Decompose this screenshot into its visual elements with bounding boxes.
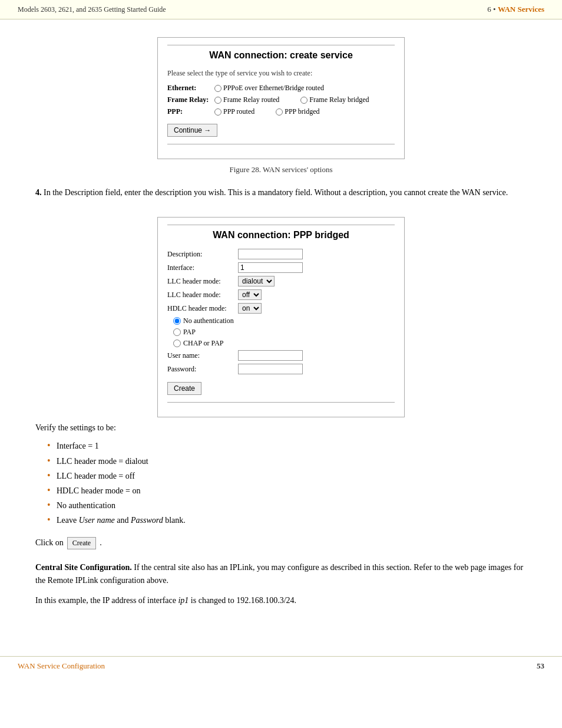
framerelay-radio2[interactable]	[300, 97, 308, 104]
page-header: Models 2603, 2621, and 2635 Getting Star…	[0, 0, 562, 19]
framerelay-row: Frame Relay: Frame Relay routed Frame Re…	[167, 95, 395, 104]
figure1-box: WAN connection: create service Please se…	[157, 37, 405, 159]
description-input[interactable]	[238, 249, 303, 259]
header-chapter: 6 • WAN Services	[487, 5, 544, 14]
ethernet-radio[interactable]	[214, 85, 222, 92]
ethernet-options: PPPoE over Ethernet/Bridge routed	[214, 84, 324, 93]
ethernet-label: Ethernet:	[167, 84, 214, 93]
figure1-intro: Please select the type of service you wi…	[167, 69, 395, 78]
click-btn-label: Create	[67, 537, 96, 549]
header-doc-title: Models 2603, 2621, and 2635 Getting Star…	[18, 5, 166, 14]
list-item: No authentication	[47, 498, 527, 513]
central-text2-suffix: is changed to 192.168.100.3/24.	[189, 596, 296, 605]
auth-chap-label: CHAP or PAP	[183, 339, 223, 348]
header-chapter-title: WAN Services	[498, 5, 544, 14]
framerelay-option1: Frame Relay routed	[214, 95, 279, 104]
username-label: User name:	[167, 351, 238, 360]
central-para2: In this example, the IP address of inter…	[35, 594, 527, 607]
auth-none-radio[interactable]	[173, 317, 181, 325]
hdlc-select[interactable]: on off	[238, 303, 262, 314]
framerelay-radio1[interactable]	[214, 97, 222, 104]
llc1-label: LLC header mode:	[167, 277, 238, 286]
click-line: Click on Create .	[35, 537, 527, 549]
central-para1: Central Site Configuration. If the centr…	[35, 561, 527, 588]
password-row: Password:	[167, 364, 395, 374]
framerelay-label: Frame Relay:	[167, 95, 214, 104]
verify-list: Interface = 1 LLC header mode = dialout …	[47, 439, 527, 528]
figure1-title: WAN connection: create service	[167, 50, 395, 61]
central-bold-label: Central Site Configuration.	[35, 563, 132, 572]
footer-right: 53	[537, 661, 544, 671]
username-italic: User name	[79, 516, 115, 525]
figure2-box: WAN connection: PPP bridged Description:…	[157, 217, 405, 417]
interface-input[interactable]	[238, 262, 303, 273]
interface-row: Interface:	[167, 262, 395, 273]
auth-chap-row: CHAP or PAP	[173, 339, 395, 348]
ppp-options: PPP routed PPP bridged	[214, 107, 319, 116]
auth-pap-radio[interactable]	[173, 328, 181, 336]
auth-chap-radio[interactable]	[173, 340, 181, 347]
interface-label: Interface:	[167, 263, 238, 272]
verify-intro: Verify the settings to be:	[35, 423, 527, 433]
llc2-select[interactable]: off on	[238, 289, 262, 300]
ppp-radio1[interactable]	[214, 108, 222, 116]
ip1-italic: ip1	[178, 596, 189, 605]
list-item: LLC header mode = dialout	[47, 454, 527, 469]
list-item: HDLC header mode = on	[47, 483, 527, 498]
password-italic: Password	[131, 516, 163, 525]
framerelay-option1-label: Frame Relay routed	[223, 95, 279, 104]
ethernet-option1-label: PPPoE over Ethernet/Bridge routed	[223, 84, 324, 93]
framerelay-option2-label: Frame Relay bridged	[309, 95, 369, 104]
create-button[interactable]: Create	[167, 382, 201, 395]
list-item: LLC header mode = off	[47, 469, 527, 483]
hdlc-row: HDLC header mode: on off	[167, 303, 395, 314]
auth-pap-label: PAP	[183, 328, 196, 337]
ppp-option1-label: PPP routed	[223, 107, 254, 116]
hdlc-label: HDLC header mode:	[167, 304, 238, 313]
password-label: Password:	[167, 365, 238, 374]
footer-left: WAN Service Configuration	[18, 661, 105, 671]
ppp-option2: PPP bridged	[276, 107, 319, 116]
password-input[interactable]	[238, 364, 303, 374]
figure2-top-divider	[167, 225, 395, 225]
framerelay-options: Frame Relay routed Frame Relay bridged	[214, 95, 369, 104]
figure1-caption: Figure 28. WAN services' options	[35, 165, 527, 174]
llc1-select[interactable]: dialout dialin off	[238, 276, 275, 286]
ppp-row: PPP: PPP routed PPP bridged	[167, 107, 395, 116]
framerelay-option2: Frame Relay bridged	[300, 95, 369, 104]
llc2-row: LLC header mode: off on	[167, 289, 395, 300]
figure2-title: WAN connection: PPP bridged	[167, 230, 395, 241]
ethernet-row: Ethernet: PPPoE over Ethernet/Bridge rou…	[167, 84, 395, 93]
figure1-bottom-divider	[167, 144, 395, 144]
figure1-top-divider	[167, 45, 395, 45]
llc2-label: LLC header mode:	[167, 291, 238, 299]
section4-para: 4. In the Description field, enter the d…	[35, 186, 527, 199]
click-suffix: .	[100, 538, 102, 548]
llc1-row: LLC header mode: dialout dialin off	[167, 276, 395, 286]
click-text: Click on	[35, 538, 64, 548]
ppp-option1: PPP routed	[214, 107, 254, 116]
header-chapter-num: 6 •	[487, 5, 498, 14]
list-item: Interface = 1	[47, 439, 527, 453]
username-row: User name:	[167, 350, 395, 361]
list-item-leave: Leave User name and Password blank.	[47, 513, 527, 528]
description-label: Description:	[167, 250, 238, 259]
ethernet-option1: PPPoE over Ethernet/Bridge routed	[214, 84, 324, 93]
ppp-option2-label: PPP bridged	[285, 107, 319, 116]
username-input[interactable]	[238, 350, 303, 361]
continue-button[interactable]: Continue →	[167, 124, 217, 137]
auth-none-label: No authentication	[183, 317, 234, 325]
main-content: WAN connection: create service Please se…	[0, 19, 562, 633]
section4-number: 4.	[35, 188, 42, 197]
section4-text: In the Description field, enter the desc…	[44, 188, 508, 197]
figure2-bottom-divider	[167, 402, 395, 403]
description-row: Description:	[167, 249, 395, 259]
ppp-label: PPP:	[167, 107, 214, 116]
central-text2: In this example, the IP address of inter…	[35, 596, 178, 605]
auth-pap-row: PAP	[173, 328, 395, 337]
auth-none-row: No authentication	[173, 317, 395, 325]
ppp-radio2[interactable]	[276, 108, 283, 116]
page-footer: WAN Service Configuration 53	[0, 656, 562, 676]
